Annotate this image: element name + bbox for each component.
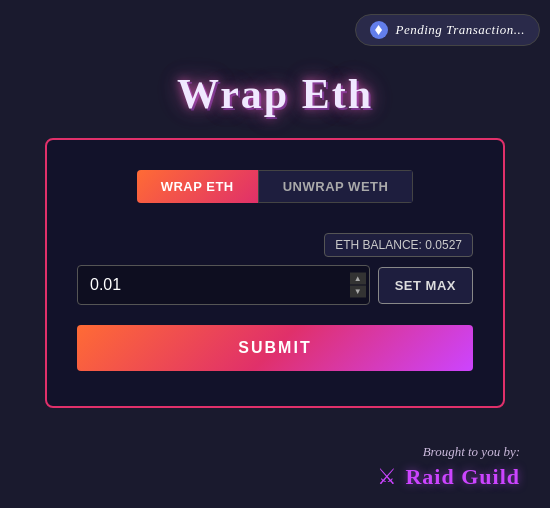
- set-max-button[interactable]: SET MAX: [378, 267, 473, 304]
- tab-wrap-eth[interactable]: WRAP ETH: [137, 170, 258, 203]
- spin-up-button[interactable]: ▲: [350, 273, 366, 285]
- main-card: WRAP ETH UNWRAP WETH ETH BALANCE: 0.0527…: [45, 138, 505, 408]
- spin-buttons: ▲ ▼: [350, 273, 366, 298]
- eth-balance-container: ETH BALANCE: 0.0527: [77, 233, 473, 257]
- raid-guild-text: Raid Guild: [405, 464, 520, 490]
- ethereum-icon: [370, 21, 388, 39]
- spin-down-button[interactable]: ▼: [350, 286, 366, 298]
- pending-transaction-badge: Pending Transaction...: [355, 14, 540, 46]
- page-title: Wrap Eth: [0, 70, 550, 118]
- raid-guild-logo: ⚔ Raid Guild: [377, 464, 520, 490]
- tab-unwrap-weth[interactable]: UNWRAP WETH: [258, 170, 414, 203]
- raid-sword-icon: ⚔: [377, 464, 397, 490]
- footer: Brought to you by: ⚔ Raid Guild: [377, 444, 520, 490]
- page-title-container: Wrap Eth: [0, 70, 550, 118]
- footer-label: Brought to you by:: [377, 444, 520, 460]
- pending-text: Pending Transaction...: [396, 22, 525, 38]
- eth-amount-input[interactable]: [77, 265, 370, 305]
- tab-container: WRAP ETH UNWRAP WETH: [137, 170, 414, 203]
- input-row: ▲ ▼ SET MAX: [77, 265, 473, 305]
- number-input-wrapper: ▲ ▼: [77, 265, 370, 305]
- eth-balance-badge: ETH BALANCE: 0.0527: [324, 233, 473, 257]
- submit-button[interactable]: SUBMIT: [77, 325, 473, 371]
